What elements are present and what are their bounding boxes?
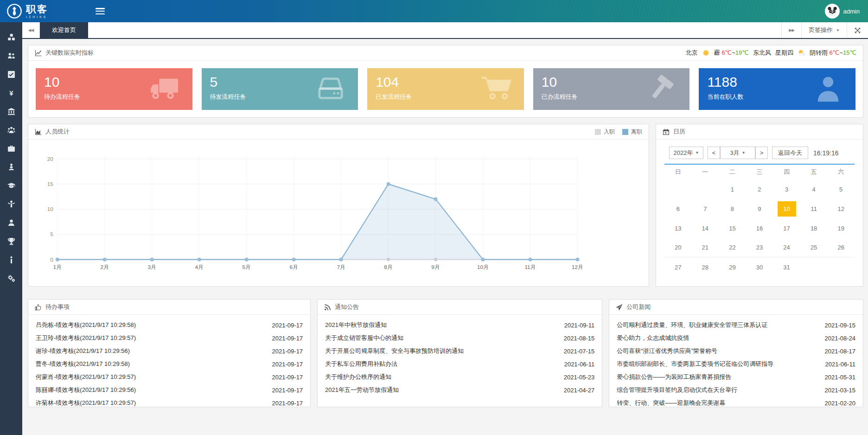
child-icon[interactable] <box>7 200 15 208</box>
tabs-scroll-left-icon[interactable]: ◀◀ <box>22 22 40 38</box>
calendar-day-30[interactable]: 30 <box>746 257 773 277</box>
year-select[interactable]: 2022年▼ <box>669 147 703 159</box>
gavel-icon <box>644 75 680 103</box>
stat-card-待办流程任务[interactable]: 10待办流程任务 <box>36 68 192 110</box>
calendar-day-3[interactable]: 3 <box>773 179 800 199</box>
list-item[interactable]: 王卫玲-绩效考核(2021/9/17 10:29:57)2021-09-17 <box>36 332 303 345</box>
gears-icon[interactable] <box>7 275 15 282</box>
calendar-day-23[interactable]: 23 <box>746 238 773 257</box>
calendar-day-27[interactable]: 27 <box>664 257 692 277</box>
calendar-day-empty <box>692 179 719 199</box>
calendar-day-29[interactable]: 29 <box>719 257 746 277</box>
list-item[interactable]: 公司顺利通过质量、环境、职业健康安全管理三体系认证2021-09-15 <box>617 319 855 332</box>
list-item[interactable]: 何蒙肖-绩效考核(2021/9/17 10:29:57)2021-09-17 <box>36 371 303 384</box>
calendar-panel: 日历 2022年▼ < 3月▼ > 返回今天 16:19:16 日一二三四五六 … <box>656 124 863 287</box>
list-item[interactable]: 转变、行动、突破——迎新晚会完美谢幕2021-02-20 <box>617 397 855 407</box>
tab-welcome-home[interactable]: 欢迎首页 <box>40 22 88 38</box>
calendar-day-9[interactable]: 9 <box>746 199 773 218</box>
list-item[interactable]: 陈丽娜-绩效考核(2021/9/17 10:29:56)2021-09-17 <box>36 384 303 397</box>
calendar-day-26[interactable]: 26 <box>827 238 855 257</box>
person-icon <box>810 75 846 103</box>
calendar-day-15[interactable]: 15 <box>719 218 746 238</box>
list-item[interactable]: 关于私车公用费用补贴办法2021-06-11 <box>325 358 594 371</box>
list-item[interactable]: 关于维护办公秩序的通知2021-05-23 <box>325 371 594 384</box>
calendar-day-17[interactable]: 17 <box>773 218 800 238</box>
stat-card-已办流程任务[interactable]: 10已办流程任务 <box>533 68 690 110</box>
list-item[interactable]: 曹冬-绩效考核(2021/9/17 10:29:58)2021-09-17 <box>36 358 303 371</box>
chevron-down-icon: ▼ <box>696 151 699 155</box>
list-item[interactable]: 爱心捐款公告——为装卸工杨家青募捐报告2021-05-31 <box>617 371 855 384</box>
list-item[interactable]: 吕尧栋-绩效考核(2021/9/17 10:29:58)2021-09-17 <box>36 319 303 332</box>
calendar-day-6[interactable]: 6 <box>664 199 692 218</box>
list-item[interactable]: 综合管理提升项目签约及启动仪式在天台举行2021-03-15 <box>617 384 855 397</box>
calendar-day-16[interactable]: 16 <box>746 218 773 238</box>
calendar-day-12[interactable]: 12 <box>827 199 855 218</box>
calendar-day-empty <box>664 179 692 199</box>
user-avatar[interactable] <box>825 4 840 19</box>
sidebar-toggle-icon[interactable] <box>96 8 105 14</box>
list-item[interactable]: 关于成立销管客服中心的通知2021-08-15 <box>325 332 594 345</box>
list-item[interactable]: 许菊林-绩效考核(2021/9/17 10:29:57)2021-09-17 <box>36 397 303 407</box>
calendar-day-5[interactable]: 5 <box>827 179 855 199</box>
calendar-day-25[interactable]: 25 <box>800 238 828 257</box>
calendar-day-31[interactable]: 31 <box>773 257 800 277</box>
stat-card-已发流程任务[interactable]: 104已发流程任务 <box>367 68 524 110</box>
stat-card-当前在职人数[interactable]: 1188当前在职人数 <box>699 68 855 110</box>
group-icon[interactable] <box>7 126 15 134</box>
check-square-icon[interactable] <box>7 70 15 78</box>
user-icon[interactable] <box>7 219 15 227</box>
item-text: 2021年五一劳动节放假通知 <box>325 386 399 394</box>
weather-weekday: 星期四 <box>775 49 793 57</box>
list-item[interactable]: 关于开展公司规章制度、安全与事故预防培训的通知2021-07-15 <box>325 345 594 358</box>
calendar-day-13[interactable]: 13 <box>664 218 692 238</box>
list-item[interactable]: 市委组织部副部长、市委两新工委项书记莅临公司调研指导2021-06-11 <box>617 358 855 371</box>
tabs-scroll-right-icon[interactable]: ▶▶ <box>781 22 801 38</box>
yen-icon[interactable]: ¥ <box>7 89 15 97</box>
podium-user-icon[interactable] <box>7 163 15 171</box>
calendar-day-1[interactable]: 1 <box>719 179 746 199</box>
list-item[interactable]: 爱心助力，众志成城抗疫情2021-08-24 <box>617 332 855 345</box>
item-text: 关于维护办公秩序的通知 <box>325 373 391 381</box>
month-select[interactable]: 3月▼ <box>720 147 755 159</box>
calendar-day-11[interactable]: 11 <box>800 199 828 218</box>
calendar-day-10[interactable]: 10 <box>773 199 800 218</box>
calendar-day-28[interactable]: 28 <box>692 257 719 277</box>
logo-title: 职客 <box>26 4 48 14</box>
bank-icon[interactable] <box>7 108 15 115</box>
fullscreen-button[interactable] <box>847 22 868 38</box>
team-icon[interactable] <box>7 52 15 60</box>
list-item[interactable]: 公司喜获“浙江省优秀供应商”荣誉称号2021-08-17 <box>617 345 855 358</box>
info-icon[interactable] <box>7 256 15 264</box>
calendar-day-8[interactable]: 8 <box>719 199 746 218</box>
next-month-button[interactable]: > <box>755 147 768 159</box>
calendar-day-2[interactable]: 2 <box>746 179 773 199</box>
list-item[interactable]: 2021年中秋节放假通知2021-09-11 <box>325 319 594 332</box>
calendar-day-18[interactable]: 18 <box>800 218 828 238</box>
graduation-cap-icon[interactable] <box>7 182 15 190</box>
legend-入职[interactable]: 入职 <box>595 128 615 136</box>
prev-month-button[interactable]: < <box>708 147 720 159</box>
stat-card-待发流程任务[interactable]: 5待发流程任务 <box>202 68 358 110</box>
username[interactable]: admin <box>843 8 860 15</box>
cubes-icon[interactable] <box>7 33 15 41</box>
briefcase-icon[interactable] <box>7 145 15 153</box>
item-text: 王卫玲-绩效考核(2021/9/17 10:29:57) <box>36 334 136 342</box>
calendar-day-24[interactable]: 24 <box>773 238 800 257</box>
app-logo[interactable]: 职客 IZHIKE <box>0 3 96 19</box>
back-to-today-button[interactable]: 返回今天 <box>772 147 808 159</box>
calendar-day-20[interactable]: 20 <box>664 238 692 257</box>
item-date: 2021-09-17 <box>272 322 303 329</box>
tab-actions-dropdown[interactable]: 页签操作▼ <box>801 22 847 38</box>
calendar-day-7[interactable]: 7 <box>692 199 719 218</box>
calendar-day-19[interactable]: 19 <box>827 218 855 238</box>
legend-离职[interactable]: 离职 <box>622 128 642 136</box>
list-item[interactable]: 2021年五一劳动节放假通知2021-04-27 <box>325 384 594 397</box>
list-item[interactable]: 谢珍-绩效考核(2021/9/17 10:29:56)2021-09-17 <box>36 345 303 358</box>
calendar-day-22[interactable]: 22 <box>719 238 746 257</box>
calendar-day-4[interactable]: 4 <box>800 179 828 199</box>
trophy-icon[interactable] <box>7 237 15 245</box>
calendar-day-14[interactable]: 14 <box>692 218 719 238</box>
weather-bar: 北京 霾 6℃~19℃ 东北风 星期四 阴转雨 6℃~15℃ <box>686 49 856 57</box>
calendar-day-21[interactable]: 21 <box>692 238 719 257</box>
svg-text:5月: 5月 <box>242 264 250 270</box>
